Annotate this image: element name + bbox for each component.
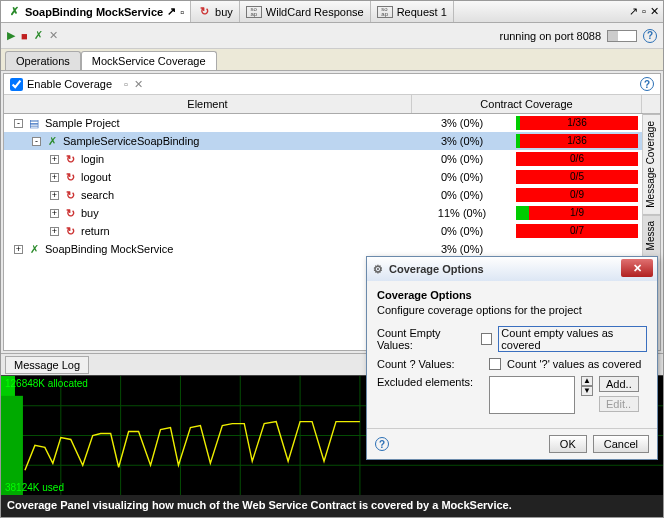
table-row[interactable]: -▤Sample Project3% (0%)1/36 xyxy=(4,114,642,132)
tree-label: SampleServiceSoapBinding xyxy=(63,135,199,147)
count-empty-checkbox[interactable] xyxy=(481,333,492,345)
enable-coverage-label: Enable Coverage xyxy=(27,78,112,90)
coverage-percent: 0% (0%) xyxy=(412,171,512,183)
collapse-icon[interactable]: - xyxy=(14,119,23,128)
toolbar: ▶ ■ ✗ ✕ running on port 8088 ? xyxy=(1,23,663,49)
project-icon: ▤ xyxy=(27,116,41,130)
cycle-icon: ↻ xyxy=(63,152,77,166)
clear-icon[interactable]: ▫ xyxy=(124,78,128,90)
tree-label: login xyxy=(81,153,104,165)
port-toggle[interactable] xyxy=(607,30,637,42)
coverage-percent: 11% (0%) xyxy=(412,207,512,219)
column-element[interactable]: Element xyxy=(4,95,412,113)
tab-close-icon[interactable]: ▫ xyxy=(180,6,184,18)
table-row[interactable]: +↻return0% (0%)0/7 xyxy=(4,222,642,240)
count-q-text: Count '?' values as covered xyxy=(507,358,641,370)
cycle-icon: ↻ xyxy=(63,224,77,238)
column-coverage[interactable]: Contract Coverage xyxy=(412,95,642,113)
tree-label: buy xyxy=(81,207,99,219)
expand-icon[interactable]: + xyxy=(14,245,23,254)
table-row[interactable]: -✗SampleServiceSoapBinding3% (0%)1/36 xyxy=(4,132,642,150)
enable-coverage-input[interactable] xyxy=(10,78,23,91)
coverage-bar: 0/5 xyxy=(516,170,638,184)
coverage-bar: 0/9 xyxy=(516,188,638,202)
gear-icon: ⚙ xyxy=(373,263,383,276)
doc-tab-request1[interactable]: soap Request 1 xyxy=(371,1,454,22)
coverage-bar: 0/7 xyxy=(516,224,638,238)
caption-bar: Coverage Panel visualizing how much of t… xyxy=(1,495,663,517)
cycle-icon: ↻ xyxy=(197,5,211,19)
help-icon[interactable]: ? xyxy=(640,77,654,91)
help-icon[interactable]: ? xyxy=(643,29,657,43)
count-empty-text: Count empty values as covered xyxy=(498,326,647,352)
coverage-percent: 0% (0%) xyxy=(412,225,512,237)
svg-rect-10 xyxy=(1,396,23,495)
cycle-icon: ↻ xyxy=(63,188,77,202)
table-row[interactable]: +↻logout0% (0%)0/5 xyxy=(4,168,642,186)
table-row[interactable]: +↻login0% (0%)0/6 xyxy=(4,150,642,168)
tree-label: return xyxy=(81,225,110,237)
tools-icon[interactable]: ✕ xyxy=(134,78,143,91)
tree-label: logout xyxy=(81,171,111,183)
coverage-bar: 0/6 xyxy=(516,152,638,166)
coverage-options-dialog: ⚙ Coverage Options ✕ Coverage Options Co… xyxy=(366,256,658,460)
wrench-icon[interactable]: ✕ xyxy=(49,29,58,42)
vtab-message-coverage[interactable]: Message Coverage xyxy=(643,114,660,214)
count-q-checkbox[interactable] xyxy=(489,358,501,370)
tab-detach-icon[interactable]: ↗ xyxy=(629,5,638,18)
message-log-tab[interactable]: Message Log xyxy=(5,356,89,374)
x-icon[interactable]: ✗ xyxy=(34,29,43,42)
dialog-description: Configure coverage options for the proje… xyxy=(377,304,647,316)
doc-tab-label: WildCard Response xyxy=(266,6,364,18)
table-row[interactable]: +↻buy11% (0%)1/9 xyxy=(4,204,642,222)
expand-icon[interactable]: + xyxy=(50,173,59,182)
expand-icon[interactable]: + xyxy=(50,155,59,164)
spin-up-icon[interactable]: ▲ xyxy=(581,376,593,386)
tab-operations[interactable]: Operations xyxy=(5,51,81,70)
dialog-titlebar[interactable]: ⚙ Coverage Options ✕ xyxy=(367,257,657,281)
coverage-bar: 1/36 xyxy=(516,134,638,148)
ok-button[interactable]: OK xyxy=(549,435,587,453)
dialog-heading: Coverage Options xyxy=(377,289,647,301)
cancel-button[interactable]: Cancel xyxy=(593,435,649,453)
document-tab-bar: ✗ SoapBinding MockService ↗ ▫ ↻ buy soap… xyxy=(1,1,663,23)
excluded-label: Excluded elements: xyxy=(377,376,483,388)
tab-mockservice-coverage[interactable]: MockService Coverage xyxy=(81,51,217,70)
collapse-icon[interactable]: - xyxy=(32,137,41,146)
edit-button: Edit.. xyxy=(599,396,639,412)
x-icon: ✗ xyxy=(7,5,21,19)
tree-label: SoapBinding MockService xyxy=(45,243,173,255)
run-icon[interactable]: ▶ xyxy=(7,29,15,42)
cycle-icon: ↻ xyxy=(63,170,77,184)
spin-down-icon[interactable]: ▼ xyxy=(581,386,593,396)
tab-detach-icon[interactable]: ↗ xyxy=(167,5,176,18)
vtab-messa[interactable]: Messa xyxy=(643,214,660,256)
tab-minimize-icon[interactable]: ▫ xyxy=(642,5,646,18)
excluded-list[interactable] xyxy=(489,376,575,414)
doc-tab-wildcard[interactable]: soap WildCard Response xyxy=(240,1,371,22)
stop-icon[interactable]: ■ xyxy=(21,30,28,42)
dialog-title: Coverage Options xyxy=(389,263,484,275)
doc-tab-label: Request 1 xyxy=(397,6,447,18)
port-label: running on port 8088 xyxy=(499,30,601,42)
doc-tab-buy[interactable]: ↻ buy xyxy=(191,1,240,22)
coverage-toolbar: Enable Coverage ▫ ✕ ? xyxy=(4,74,660,95)
expand-icon[interactable]: + xyxy=(50,209,59,218)
expand-icon[interactable]: + xyxy=(50,191,59,200)
tab-close-icon[interactable]: ✕ xyxy=(650,5,659,18)
coverage-percent: 3% (0%) xyxy=(412,117,512,129)
coverage-bar: 1/36 xyxy=(516,116,638,130)
coverage-percent: 0% (0%) xyxy=(412,189,512,201)
close-icon[interactable]: ✕ xyxy=(621,259,653,277)
expand-icon[interactable]: + xyxy=(50,227,59,236)
doc-tab-soapbinding[interactable]: ✗ SoapBinding MockService ↗ ▫ xyxy=(1,1,191,22)
table-row[interactable]: +↻search0% (0%)0/9 xyxy=(4,186,642,204)
enable-coverage-checkbox[interactable]: Enable Coverage xyxy=(10,78,112,91)
doc-tab-label: buy xyxy=(215,6,233,18)
count-q-label: Count ? Values: xyxy=(377,358,483,370)
add-button[interactable]: Add.. xyxy=(599,376,639,392)
doc-tab-label: SoapBinding MockService xyxy=(25,6,163,18)
soap-icon: soap xyxy=(377,6,393,18)
cycle-icon: ↻ xyxy=(63,206,77,220)
help-icon[interactable]: ? xyxy=(375,437,389,451)
